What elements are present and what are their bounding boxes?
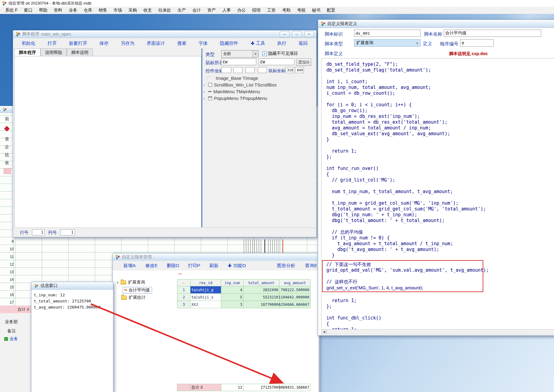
- type-combo[interactable]: 全部 ▼: [221, 50, 258, 58]
- control-coord-input-2[interactable]: [233, 67, 243, 73]
- menu-item[interactable]: 生产: [176, 7, 187, 13]
- menu-item[interactable]: 销售: [97, 7, 108, 13]
- chevron-down-icon[interactable]: ∨: [116, 281, 119, 284]
- mouse-at-input-2[interactable]: EW: [259, 58, 295, 65]
- query-button[interactable]: 查询E: [305, 263, 317, 269]
- toolbar-save-button[interactable]: 保存: [99, 41, 108, 46]
- pane-splitter[interactable]: [201, 48, 202, 227]
- menu-item[interactable]: 资产: [206, 7, 217, 13]
- menu-item[interactable]: 办公: [236, 7, 247, 13]
- tab-script[interactable]: 脚本程序: [14, 48, 41, 56]
- definition-window-titlebar[interactable]: 自定义报表定义: [318, 20, 554, 28]
- resize-columns-icon[interactable]: ↔: [178, 270, 183, 276]
- menu-item[interactable]: 窗口: [22, 7, 34, 13]
- scrollbar-track[interactable]: [327, 330, 554, 334]
- tree-item-scrollbox[interactable]: › ScrollBox_Win_List TScrollBox: [203, 82, 277, 87]
- info-window-titlebar[interactable]: 信息窗口: [31, 282, 113, 290]
- edit-button[interactable]: 修改E: [145, 263, 158, 269]
- menu-item[interactable]: 资料: [52, 7, 64, 13]
- biz-link-row[interactable]: ✓ 业务: [4, 336, 18, 342]
- menu-item[interactable]: 人事: [221, 7, 232, 13]
- menu-item[interactable]: 工资: [265, 7, 277, 13]
- toolbar-tools-button[interactable]: 工具: [250, 41, 265, 46]
- toolbar-run-button[interactable]: 执行: [277, 41, 286, 46]
- control-coord-input-1[interactable]: [221, 67, 231, 73]
- tree-group-ext-query[interactable]: ∨ 扩展查询: [116, 280, 145, 285]
- left-toolbar-glyph[interactable]: 查: [5, 136, 9, 142]
- chevron-right-icon[interactable]: ›: [203, 89, 206, 94]
- menu-item[interactable]: 招培: [250, 7, 262, 13]
- grid-cell[interactable]: taishiji_s: [190, 294, 221, 301]
- menu-item[interactable]: 会计: [191, 7, 202, 13]
- toolbar-save-as-button[interactable]: 另存为: [121, 41, 134, 46]
- order-no-input[interactable]: 0: [460, 39, 494, 47]
- grid-cell-selected[interactable]: taishiji_g: [190, 286, 221, 294]
- script-code-area[interactable]: db_set_field_type(2, "F"); db_set_field_…: [321, 58, 554, 329]
- define-link[interactable]: 定义: [423, 41, 432, 47]
- script-window-titlebar[interactable]: 脚本程序 main_win_open — □ ×: [13, 30, 316, 38]
- app-title-bar[interactable]: 综合管理 oit 20230704 - 本地-db\演示信息.mdb: [0, 0, 554, 7]
- checkbox-checked-icon[interactable]: ✓: [262, 51, 267, 56]
- grid-cell[interactable]: XXJ: [190, 301, 221, 308]
- left-toolbar-glyph[interactable]: 收: [5, 160, 9, 166]
- menu-item[interactable]: 秘书: [310, 7, 322, 13]
- chevron-right-icon[interactable]: ›: [203, 83, 206, 87]
- left-toolbar-glyph[interactable]: 统: [5, 152, 9, 158]
- menu-item[interactable]: 市场: [112, 7, 123, 13]
- script-editor[interactable]: [14, 56, 201, 228]
- toolbar-init-button[interactable]: 初始化: [22, 41, 35, 46]
- horizontal-scrollbar[interactable]: ◀: [321, 329, 554, 334]
- menu-item[interactable]: 采购: [127, 7, 138, 13]
- tree-group-ext-stats[interactable]: 扩展统计: [121, 295, 146, 300]
- tree-item-selected[interactable]: ↷ 合计平均值: [123, 287, 152, 294]
- tree-item-image-base[interactable]: Image_Base TImage: [207, 76, 258, 81]
- hide-invisible-checkbox-row[interactable]: ✓ 隐藏不可见项目: [262, 51, 298, 56]
- toolbar-open-button[interactable]: 打开: [48, 41, 57, 46]
- print-button[interactable]: 打印P: [188, 263, 200, 269]
- mouse-x-field[interactable]: 318: [286, 67, 294, 73]
- left-toolbar-glyph[interactable]: 企: [5, 144, 9, 150]
- combo-dropdown-icon[interactable]: ▼: [253, 51, 258, 57]
- toolbar-open-new-button[interactable]: 新窗打开: [69, 41, 87, 46]
- toolbar-hide-controls-button[interactable]: 隐藏控件: [220, 41, 238, 46]
- menu-item[interactable]: 配置: [325, 7, 337, 13]
- manager-window-titlebar[interactable]: 自定义报表管理: [113, 253, 319, 261]
- script-name-input[interactable]: 合计平均值: [444, 30, 541, 37]
- tab-script-doc[interactable]: 脚本说明: [67, 48, 93, 56]
- menu-item[interactable]: 仓库: [82, 7, 94, 13]
- control-coord-input-3[interactable]: [246, 67, 255, 73]
- tree-item-mainmenu[interactable]: › MainMenu TMainMenu: [203, 89, 260, 94]
- script-id-input[interactable]: ds_001: [354, 30, 421, 37]
- menu-item[interactable]: 业务: [67, 7, 79, 13]
- toolbar-search-button[interactable]: 搜索: [177, 41, 186, 46]
- refresh-button[interactable]: 刷新: [209, 263, 218, 269]
- menu-item[interactable]: 往来款: [157, 7, 172, 13]
- menu-item[interactable]: 考勤: [280, 7, 292, 13]
- function-menu-button[interactable]: 功能O: [228, 263, 246, 269]
- tree-item-popupmenu[interactable]: › PopupMenu TPopupMenu: [203, 96, 267, 101]
- control-coord-input-4[interactable]: [258, 67, 267, 73]
- menu-item[interactable]: 帮助: [37, 7, 49, 13]
- biz-link[interactable]: 业务: [9, 336, 18, 342]
- minimize-button[interactable]: —: [280, 31, 289, 37]
- left-toolbar-glyph[interactable]: 前: [5, 116, 9, 122]
- toolbar-font-button[interactable]: 字体: [198, 41, 208, 46]
- restore-button[interactable]: □: [292, 31, 302, 37]
- toolbar-ui-design-button[interactable]: 界面设计: [147, 41, 165, 46]
- chevron-down-icon[interactable]: ∨: [416, 41, 420, 45]
- menu-item[interactable]: 系统 F: [4, 7, 19, 13]
- delete-button[interactable]: 删除D: [167, 263, 179, 269]
- menu-item[interactable]: 收支: [142, 7, 153, 13]
- add-button[interactable]: 新增A: [123, 263, 136, 269]
- script-type-combo[interactable]: 扩展查询 ∨: [354, 39, 421, 47]
- mouse-at-input-1[interactable]: EW: [221, 58, 256, 65]
- mouse-y-field[interactable]: 849: [295, 67, 304, 73]
- menu-item[interactable]: 考核: [295, 7, 307, 13]
- chart-analysis-button[interactable]: 图形分析: [277, 263, 295, 269]
- scroll-left-icon[interactable]: ◀: [321, 330, 327, 334]
- close-button[interactable]: ×: [304, 31, 314, 37]
- locate-button[interactable]: 定位G: [297, 58, 311, 66]
- tab-help[interactable]: 说明帮助: [41, 48, 67, 56]
- chevron-right-icon[interactable]: ›: [203, 96, 206, 101]
- toolbar-return-button[interactable]: 返回: [299, 41, 308, 46]
